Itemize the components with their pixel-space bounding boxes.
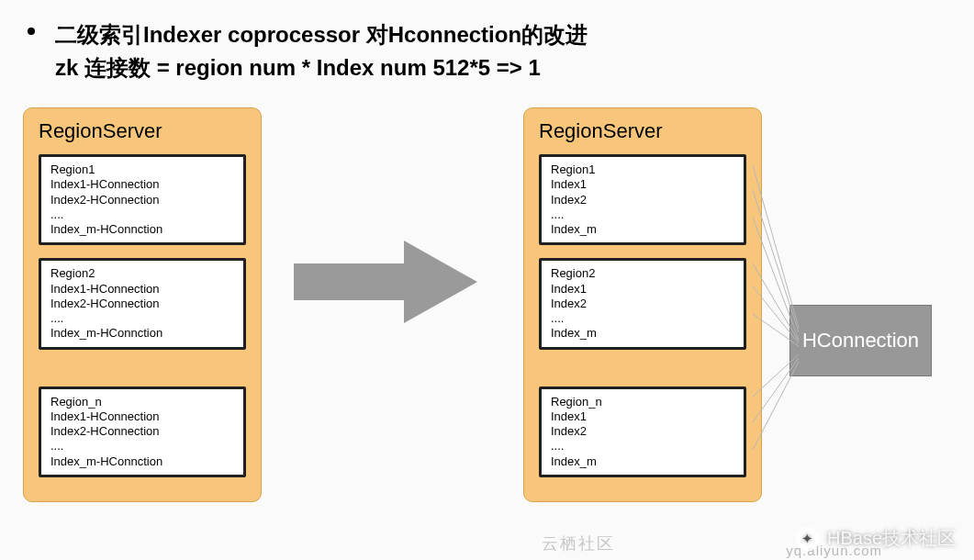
region-box-left-1: Region1 Index1-HConnection Index2-HConne… [39, 154, 246, 245]
diagram-area: RegionServer Region1 Index1-HConnection … [0, 94, 974, 525]
region-server-before: RegionServer Region1 Index1-HConnection … [23, 107, 262, 502]
transition-arrow-icon [294, 241, 477, 323]
region-box-right-n: Region_n Index1 Index2 .... Index_m [539, 386, 746, 477]
region-server-title-right: RegionServer [539, 119, 746, 143]
svg-marker-0 [294, 241, 477, 323]
hconnection-label: HConnection [802, 329, 919, 353]
region-box-left-n: Region_n Index1-HConnection Index2-HConn… [39, 386, 246, 477]
region-box-right-2: Region2 Index1 Index2 .... Index_m [539, 258, 746, 349]
watermark-left: 云栖社区 [542, 532, 615, 554]
region-box-right-1: Region1 Index1 Index2 .... Index_m [539, 154, 746, 245]
region-server-title-left: RegionServer [39, 119, 246, 143]
bullet-icon [28, 28, 35, 35]
heading-line-2: zk 连接数 = region num * Index num 512*5 =>… [55, 51, 937, 84]
heading-line-1: 二级索引Indexer coprocessor 对Hconnection的改进 [55, 18, 937, 51]
watermark-brand: ✦ HBase技术社区 [796, 526, 956, 551]
region-server-after: RegionServer Region1 Index1 Index2 .... … [523, 107, 762, 502]
hconnection-box: HConnection [789, 305, 932, 376]
slide-heading: 二级索引Indexer coprocessor 对Hconnection的改进 … [0, 0, 974, 94]
wechat-icon: ✦ [796, 527, 820, 551]
region-box-left-2: Region2 Index1-HConnection Index2-HConne… [39, 258, 246, 349]
